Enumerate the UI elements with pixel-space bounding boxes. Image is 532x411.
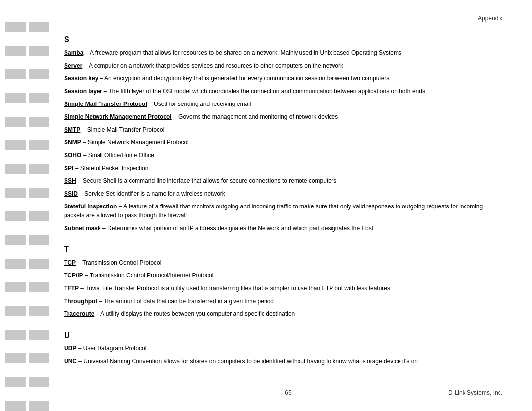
sidebar-row bbox=[5, 401, 49, 411]
glossary-entry: Throughput – The amount of data that can… bbox=[64, 297, 502, 306]
sidebar-row bbox=[5, 353, 49, 363]
sidebar-block bbox=[29, 282, 49, 292]
entry-term: SMTP bbox=[64, 126, 80, 133]
sidebar-block bbox=[29, 188, 49, 198]
sidebar-block bbox=[29, 377, 49, 387]
sidebar-row bbox=[5, 306, 49, 316]
sidebar-row bbox=[5, 164, 49, 174]
entry-definition: – Simple Network Management Protocol bbox=[81, 139, 189, 146]
entry-term: TFTP bbox=[64, 285, 79, 292]
entry-definition: – The amount of data that can be transfe… bbox=[97, 298, 274, 305]
section-divider bbox=[77, 40, 502, 40]
glossary-entry: Server – A computer on a network that pr… bbox=[64, 61, 502, 70]
sidebar-block bbox=[29, 353, 49, 363]
entry-term: Session layer bbox=[64, 88, 102, 95]
sidebar-row bbox=[5, 235, 49, 245]
sidebar-row bbox=[5, 140, 49, 150]
entry-definition: – Secure Shell is a command line interfa… bbox=[76, 177, 336, 184]
glossary-entry: SSH – Secure Shell is a command line int… bbox=[64, 176, 502, 185]
section-header-t: T bbox=[64, 245, 502, 254]
header-title: Appendix bbox=[478, 15, 502, 22]
sidebar-row bbox=[5, 188, 49, 198]
entry-term: UDP bbox=[64, 345, 76, 352]
main-content: SSamba – A freeware program that allows … bbox=[64, 27, 502, 375]
entry-term: SSID bbox=[64, 190, 78, 197]
entry-definition: – Transmission Control Protocol/Internet… bbox=[83, 272, 214, 279]
glossary-entry: TFTP – Trivial File Transfer Protocol is… bbox=[64, 284, 502, 293]
sidebar-row bbox=[5, 46, 49, 56]
sidebar-block bbox=[29, 211, 49, 221]
entry-definition: – Used for sending and receiving email bbox=[147, 101, 251, 107]
entry-definition: – The fifth layer of the OSI model which… bbox=[102, 88, 425, 95]
sidebar-row bbox=[5, 282, 49, 292]
sidebar-block bbox=[29, 22, 49, 32]
page-header: Appendix bbox=[0, 10, 532, 27]
sidebar-block bbox=[29, 164, 49, 174]
sidebar-block bbox=[5, 377, 26, 387]
entry-definition: – A freeware program that allows for res… bbox=[83, 49, 401, 56]
sidebar-row bbox=[5, 93, 49, 103]
glossary-entry: UNC – Universal Naming Convention allows… bbox=[64, 357, 502, 366]
sidebar-block bbox=[5, 401, 26, 411]
entry-definition: – Service Set Identifier is a name for a… bbox=[78, 190, 225, 197]
glossary-entry: Stateful inspection – A feature of a fir… bbox=[64, 202, 502, 220]
entry-definition: – A computer on a network that provides … bbox=[82, 62, 343, 69]
entry-term: SOHO bbox=[64, 152, 81, 159]
sidebar-row bbox=[5, 330, 49, 340]
section-divider bbox=[77, 336, 502, 336]
sidebar-block bbox=[5, 46, 26, 56]
sidebar-block bbox=[5, 93, 26, 103]
sidebar-block bbox=[5, 188, 26, 198]
entry-term: TCP bbox=[64, 259, 76, 266]
page-number: 65 bbox=[128, 389, 448, 396]
glossary-entry: SNMP – Simple Network Management Protoco… bbox=[64, 138, 502, 147]
glossary-entry: Session key – An encryption and decrypti… bbox=[64, 74, 502, 83]
entry-term: Server bbox=[64, 62, 82, 69]
entry-definition: – Trivial File Transfer Protocol is a ut… bbox=[79, 285, 390, 292]
entry-definition: – Stateful Packet Inspection bbox=[73, 165, 148, 171]
sidebar-block bbox=[5, 69, 26, 79]
sidebar-row bbox=[5, 22, 49, 32]
sidebar-block bbox=[29, 46, 49, 56]
entry-term: Stateful inspection bbox=[64, 203, 117, 210]
entry-definition: – Determines what portion of an IP addre… bbox=[101, 225, 373, 232]
glossary-entry: SSID – Service Set Identifier is a name … bbox=[64, 189, 502, 198]
entry-definition: – Small Office/Home Office bbox=[81, 152, 154, 159]
entry-term: Throughput bbox=[64, 298, 97, 305]
entry-term: TCP/IP bbox=[64, 272, 83, 279]
glossary-entry: Simple Network Management Protocol – Gov… bbox=[64, 112, 502, 121]
entry-definition: – User Datagram Protocol bbox=[76, 345, 146, 352]
entry-definition: – Transmission Control Protocol bbox=[76, 259, 161, 266]
sidebar-block bbox=[29, 330, 49, 340]
sidebar-block bbox=[5, 306, 26, 316]
glossary-entry: TCP/IP – Transmission Control Protocol/I… bbox=[64, 271, 502, 280]
sidebar-block bbox=[29, 93, 49, 103]
entry-definition: – Simple Mail Transfer Protocol bbox=[80, 126, 164, 133]
sidebar-block bbox=[5, 164, 26, 174]
entry-definition: – Universal Naming Convention allows for… bbox=[77, 358, 418, 365]
section-divider bbox=[77, 250, 502, 250]
sidebar-block bbox=[5, 282, 26, 292]
section-letter: T bbox=[64, 245, 72, 254]
sidebar-block bbox=[29, 140, 49, 150]
sidebar-row bbox=[5, 259, 49, 269]
sidebar-row bbox=[5, 377, 49, 387]
sidebar-block bbox=[29, 117, 49, 127]
glossary-entry: Subnet mask – Determines what portion of… bbox=[64, 224, 502, 233]
sidebar-block bbox=[5, 117, 26, 127]
sidebar-block bbox=[5, 259, 26, 269]
sidebar-row bbox=[5, 211, 49, 221]
entry-term: SNMP bbox=[64, 139, 81, 146]
entry-term: Simple Mail Transfer Protocol bbox=[64, 101, 147, 107]
glossary-entry: TCP – Transmission Control Protocol bbox=[64, 258, 502, 267]
sidebar-block bbox=[5, 22, 26, 32]
entry-definition: – A feature of a firewall that monitors … bbox=[64, 203, 483, 219]
glossary-entry: SOHO – Small Office/Home Office bbox=[64, 151, 502, 160]
section-header-u: U bbox=[64, 331, 502, 340]
entry-term: Subnet mask bbox=[64, 225, 101, 232]
sidebar-block bbox=[29, 306, 49, 316]
entry-term: UNC bbox=[64, 358, 77, 365]
sidebar-block bbox=[5, 140, 26, 150]
page-container: Appendix SSamba – A freeware program tha… bbox=[0, 0, 532, 411]
sidebar-row bbox=[5, 117, 49, 127]
